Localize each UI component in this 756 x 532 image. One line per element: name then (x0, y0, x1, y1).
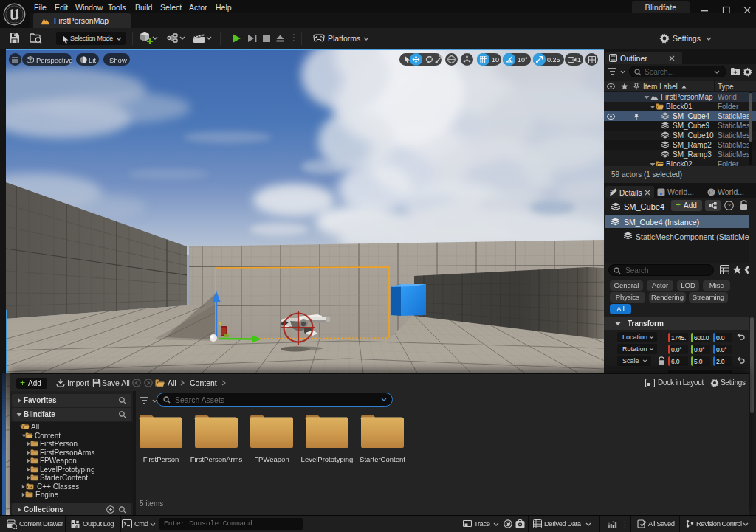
svg-text:C+: C+ (27, 485, 32, 489)
svg-text:?: ? (727, 202, 731, 209)
